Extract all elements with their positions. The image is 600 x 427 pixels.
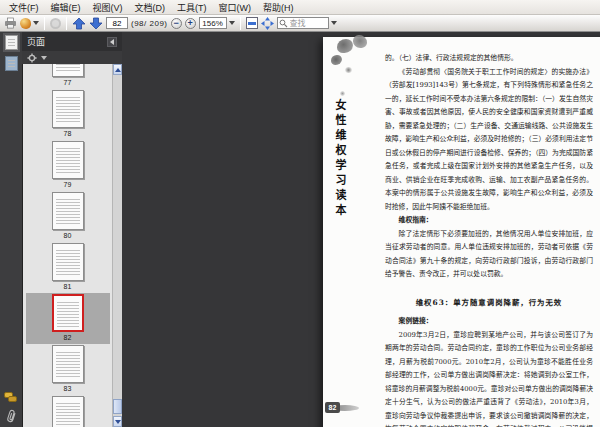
print-button[interactable] <box>4 16 17 31</box>
previous-page-button[interactable] <box>72 16 86 31</box>
scrollbar-thumb[interactable] <box>113 399 122 414</box>
pages-sidebar: 页面 7778798081828384 <box>22 32 122 427</box>
left-triangle-icon <box>110 39 114 45</box>
chevron-down-icon <box>33 21 39 25</box>
find-field-group <box>277 17 337 29</box>
thumbnail-page-81[interactable]: 81 <box>26 242 110 293</box>
thumbnail-image[interactable] <box>52 294 84 332</box>
zoom-out-button[interactable]: − <box>171 16 182 31</box>
doc-paragraph: 案例链接： <box>385 315 593 329</box>
thumbnail-page-79[interactable]: 79 <box>26 140 110 191</box>
pages-panel-icon[interactable] <box>5 35 18 50</box>
thumbnail-list: 7778798081828384 <box>22 64 122 427</box>
export-button[interactable] <box>20 16 39 31</box>
menu-edit[interactable]: 编辑(E) <box>45 0 87 15</box>
book-side-title: 女性维权学习读本 <box>331 99 347 219</box>
thumbnail-image[interactable] <box>52 64 84 77</box>
fit-width-icon <box>246 17 258 29</box>
doc-heading: 维权63：单方随意调岗降薪，行为无效 <box>385 296 593 310</box>
minus-icon: − <box>171 18 182 29</box>
next-page-button[interactable] <box>89 16 103 31</box>
menu-file[interactable]: 文件(F) <box>3 0 45 15</box>
export-icon <box>20 18 31 29</box>
thumbnail-number: 80 <box>64 231 72 240</box>
toolbar-separator <box>240 17 241 30</box>
chevron-down-icon <box>41 56 47 60</box>
thumbnail-number: 79 <box>64 180 72 189</box>
menu-view[interactable]: 视图(V) <box>87 0 129 15</box>
ink-splash-decoration <box>340 91 345 96</box>
thumbnail-image[interactable] <box>52 396 84 427</box>
document-page: 女性维权学习读本 的。（七）法律、行政法规规定的其他情形。《劳动部贯彻〈国务院关… <box>323 37 600 427</box>
thumbnail-image[interactable] <box>52 243 84 281</box>
thumbnail-page-80[interactable]: 80 <box>26 191 110 242</box>
thumbnail-number: 77 <box>64 78 72 87</box>
previous-view-icon <box>50 18 61 29</box>
thumbnail-number: 81 <box>64 282 72 291</box>
thumbnail-page-77[interactable]: 77 <box>26 64 110 89</box>
scroll-down-button[interactable] <box>113 416 122 427</box>
sidebar-header: 页面 <box>22 32 122 51</box>
document-text: 的。（七）法律、行政法规规定的其他情形。《劳动部贯彻〈国务院关于职工工作时间的规… <box>385 52 593 427</box>
bookmarks-panel-icon[interactable] <box>5 56 18 71</box>
thumbnail-page-82[interactable]: 82 <box>26 293 110 344</box>
zoom-in-button[interactable]: + <box>185 16 196 31</box>
badge-number: 82 <box>325 402 340 413</box>
menu-tools[interactable]: 工具(T) <box>171 0 213 15</box>
ink-splash-decoration <box>331 55 342 65</box>
print-icon <box>4 17 17 29</box>
fit-width-button[interactable] <box>246 16 258 31</box>
sidebar-options-row <box>22 51 122 64</box>
toolbar: (98/ 209) − + 156% <box>0 15 600 32</box>
thumbnail-number: 82 <box>64 333 72 342</box>
navigation-icon-strip <box>0 32 22 427</box>
ink-splash-decoration <box>353 35 367 48</box>
zoom-level-select[interactable]: 156% <box>199 16 235 31</box>
pdf-reader-window: 文件(F)编辑(E)视图(V)文档(D)工具(T)窗口(W)帮助(H) <box>0 0 600 427</box>
doc-paragraph: 2009年3月2日，童珍应聘到某地产公司，并与该公司签订了为期两年的劳动合同。劳… <box>385 329 593 427</box>
document-viewer[interactable]: 女性维权学习读本 的。（七）法律、行政法规规定的其他情形。《劳动部贯彻〈国务院关… <box>122 32 600 427</box>
ink-splash-decoration <box>345 67 352 73</box>
thumbnail-page-83[interactable]: 83 <box>26 344 110 395</box>
sidebar-scrollbar[interactable] <box>112 64 122 427</box>
page-number-badge: 82 <box>325 402 365 414</box>
thumbnail-image[interactable] <box>52 90 84 128</box>
doc-paragraph: 维权指南： <box>385 214 593 228</box>
gear-icon[interactable] <box>27 53 37 63</box>
previous-view-button[interactable] <box>50 16 61 31</box>
doc-paragraph: 除了法定情形下必须要加班的，其他情况用人单位安排加班，应当征求劳动者的同意。用人… <box>385 228 593 282</box>
fit-page-button[interactable] <box>261 16 274 31</box>
arrow-down-icon <box>89 17 103 30</box>
thumbnail-image[interactable] <box>52 345 84 383</box>
page-count-label: (98/ 209) <box>131 19 168 28</box>
scroll-up-button[interactable] <box>113 64 122 75</box>
thumbnail-page-84[interactable]: 84 <box>26 395 110 427</box>
ink-splash-decoration <box>337 39 353 53</box>
thumbnail-number: 83 <box>64 384 72 393</box>
toolbar-separator <box>66 17 67 30</box>
zoom-level-value: 156% <box>199 17 227 29</box>
menu-document[interactable]: 文档(D) <box>129 0 172 15</box>
thumbnail-number: 78 <box>64 129 72 138</box>
sidebar-title: 页面 <box>27 35 107 48</box>
plus-icon: + <box>185 18 196 29</box>
toolbar-separator <box>44 17 45 30</box>
thumbnail-page-78[interactable]: 78 <box>26 89 110 140</box>
thumbnail-image[interactable] <box>52 192 84 230</box>
thumbnail-image[interactable] <box>52 141 84 179</box>
chevron-down-icon <box>229 21 235 25</box>
arrow-up-icon <box>72 17 86 30</box>
attachments-panel-icon[interactable] <box>5 409 18 424</box>
page-number-input[interactable] <box>106 17 128 29</box>
menu-help[interactable]: 帮助(H) <box>257 0 300 15</box>
chevron-down-icon <box>331 21 337 25</box>
collapse-panel-button[interactable] <box>107 37 117 47</box>
doc-paragraph: 《劳动部贯彻〈国务院关于职工工作时间的规定〉的实施办法》（劳部发[1993]14… <box>385 66 593 215</box>
menu-bar: 文件(F)编辑(E)视图(V)文档(D)工具(T)窗口(W)帮助(H) <box>0 0 600 15</box>
menu-window[interactable]: 窗口(W) <box>213 0 258 15</box>
search-icon <box>279 19 288 28</box>
main-area: 页面 7778798081828384 <box>0 32 600 427</box>
doc-paragraph: 的。（七）法律、行政法规规定的其他情形。 <box>385 52 593 66</box>
fit-page-icon <box>261 17 274 30</box>
comments-panel-icon[interactable] <box>4 391 18 403</box>
